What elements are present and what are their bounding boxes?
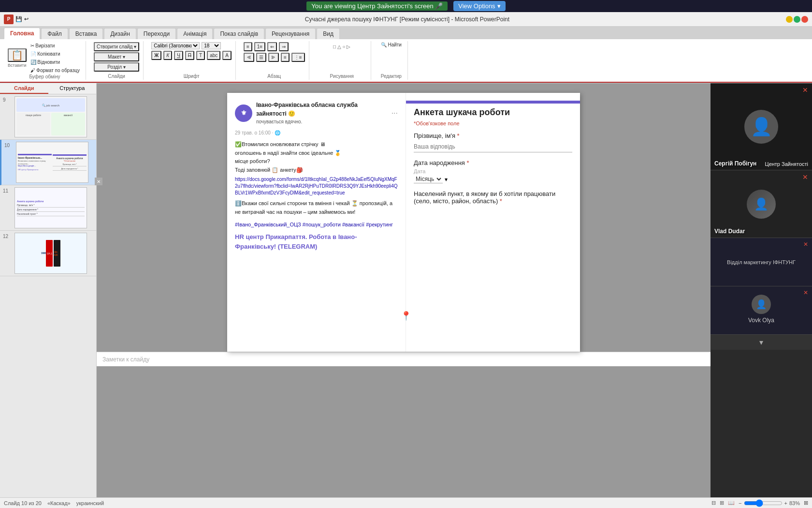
align-left-button[interactable]: ⫷ (244, 53, 254, 62)
form-required-note: *Обов'язкове поле (414, 120, 572, 126)
italic-button[interactable]: К (163, 51, 172, 60)
title-bar: P 💾 ↩ Сучасні джерела пошуку ІФНТУНГ [Ре… (0, 12, 812, 27)
post-line-4: Тоді заповнюй 📋 анкету🎒 (235, 166, 398, 175)
slide-panel-tab-slides[interactable]: Слайди (0, 83, 48, 94)
drawing-label: Рисування (330, 74, 353, 79)
font-color-button[interactable]: A (222, 51, 232, 60)
format-painter[interactable]: 🖌 Формат по образцу (29, 67, 82, 74)
window-title: Сучасні джерела пошуку ІФНТУНГ [Режим су… (29, 16, 786, 23)
paste-button[interactable]: 📋 (8, 48, 27, 62)
strikethrough-button[interactable]: П (185, 51, 194, 60)
map-pin-icon: 📍 (401, 310, 406, 323)
ribbon-group-slides: Створити слайд ▾ Макет ▾ Розділ ▾ Слайди (90, 41, 144, 80)
font-family-select[interactable]: Calibri (Заголовки) (151, 42, 200, 49)
slide-thumbnail-10: Івано-Франківська... Втомилися оновлюват… (16, 142, 88, 183)
tab-slideshow[interactable]: Показ слайдів (214, 28, 264, 39)
maximize-button[interactable] (794, 16, 800, 23)
underline-button[interactable]: Ч (174, 51, 183, 60)
align-right-button[interactable]: ⫸ (268, 53, 279, 62)
tab-insert[interactable]: Вставка (69, 28, 103, 39)
bold-button[interactable]: Ж (151, 51, 161, 60)
window-controls (786, 16, 808, 23)
slide-number-11: 11 (3, 187, 12, 194)
tab-view[interactable]: Вид (317, 28, 340, 39)
avatar-vlad: 👤 (747, 190, 776, 219)
editing-label: Редактир (381, 74, 402, 79)
slide-panel-close-button[interactable]: ✕ (95, 178, 102, 185)
slide-panel-tab-structure[interactable]: Структура (48, 83, 97, 94)
form-field-dob: Дата народження * Дата Місяць ▾ (414, 159, 572, 183)
tab-review[interactable]: Рецензування (265, 28, 316, 39)
participant-name-vlad: Vlad Dudar (714, 228, 745, 235)
slide-item-9[interactable]: 9 🔍 job search пошук роботи вакансії (0, 94, 96, 140)
form-title: Анкета шукача роботи (414, 107, 572, 118)
font-size-select[interactable]: 18 (202, 42, 221, 49)
scroll-down-button[interactable]: ▾ (710, 335, 812, 350)
form-input-name[interactable] (414, 141, 572, 152)
new-slide-button[interactable]: Створити слайд ▾ (94, 42, 139, 51)
zoom-out-button[interactable]: − (739, 500, 741, 506)
clipboard-label: Буфер обміну (29, 74, 60, 79)
form-field-name: Прізвище, ім'я * (414, 132, 572, 152)
mic-icon-vovk: ✕ (803, 289, 808, 296)
powerpoint-window: P 💾 ↩ Сучасні джерела пошуку ІФНТУНГ [Ре… (0, 12, 812, 508)
zoom-slider[interactable] (744, 499, 783, 507)
zoom-in-button[interactable]: + (784, 500, 787, 506)
slide-item-10[interactable]: 10 Івано-Франківська... Втомилися оновлю… (0, 140, 96, 185)
view-options-label: View Options (458, 2, 495, 10)
view-reading-icon[interactable]: 📖 (728, 500, 735, 506)
post-tags: #Івано_Франківський_ОЦЗ #пошук_роботи #в… (235, 221, 398, 229)
quick-access-undo[interactable]: ↩ (24, 16, 29, 22)
video-tile-vlad: 👤 Vlad Dudar ✕ (710, 170, 812, 238)
numbering-button[interactable]: 1≡ (254, 42, 265, 51)
cut-button[interactable]: ✂ Вирізати (29, 42, 82, 49)
zoom-level: 83% (789, 500, 800, 506)
slide-item-12[interactable]: 12 ЗМІ UA:1 ON AIR (0, 231, 96, 276)
increase-indent-button[interactable]: ⇒ (279, 42, 289, 51)
align-center-button[interactable]: ☰ (256, 53, 266, 62)
restore-button[interactable]: 🔄 Відновити (29, 59, 82, 66)
tab-transitions[interactable]: Переходи (137, 28, 176, 39)
shadow-button[interactable]: Т (196, 51, 205, 60)
view-options-button[interactable]: View Options ▾ (453, 1, 505, 11)
post-info: ℹ️Вкажи свої сильні сторони та вміння і … (235, 199, 398, 216)
app-icon: P (4, 15, 14, 24)
char-spacing-button[interactable]: abc (207, 51, 220, 60)
post-subtitle: почувається вдячно. (256, 118, 388, 125)
section-button[interactable]: Розділ ▾ (94, 62, 139, 72)
chevron-down-icon: ▾ (497, 2, 501, 10)
slide-canvas[interactable]: ⚜ Івано-Франківська обласна служба зайня… (227, 93, 580, 352)
month-select[interactable]: Місяць (414, 175, 443, 183)
bullets-button[interactable]: ≡ (244, 42, 252, 51)
fit-window-button[interactable]: ⊠ (804, 500, 808, 506)
dropdown-arrow: ▾ (445, 176, 448, 183)
post-menu-icon[interactable]: ··· (392, 107, 398, 119)
tab-design[interactable]: Дизайн (104, 28, 136, 39)
date-select-row: Місяць ▾ (414, 175, 572, 183)
status-bar-right: ⊟ ⊞ 📖 − + 83% ⊠ (711, 499, 808, 507)
justify-button[interactable]: ≡ (281, 53, 290, 62)
copy-button[interactable]: 📄 Копіювати (29, 50, 82, 58)
slide-item-11[interactable]: 11 Анкета шукача роботи Прізвище, ім'я *… (0, 185, 96, 231)
view-slide-sorter-icon[interactable]: ⊞ (720, 500, 724, 506)
find-button[interactable]: 🔍 Найти (379, 41, 404, 48)
layout-button[interactable]: Макет ▾ (94, 52, 139, 61)
post-link[interactable]: https://docs.google.com/forms/d/1lItkcqh… (235, 176, 398, 196)
view-normal-icon[interactable]: ⊟ (711, 500, 716, 506)
tab-file[interactable]: Файл (41, 28, 68, 39)
notes-placeholder: Заметки к слайду (102, 356, 149, 363)
form-field-location: Населений пункт, в якому ви б хотіли пра… (414, 190, 572, 205)
slide-form-section: Анкета шукача роботи *Обов'язкове поле П… (406, 93, 580, 352)
slide-thumbnail-12: ЗМІ UA:1 ON AIR (14, 233, 87, 274)
tab-animations[interactable]: Анімація (177, 28, 213, 39)
minimize-button[interactable] (786, 16, 793, 23)
columns-button[interactable]: ⋮≡ (291, 53, 305, 62)
tab-home[interactable]: Головна (4, 28, 40, 39)
close-button[interactable] (801, 16, 808, 23)
theme-info: «Каскад» (47, 500, 71, 506)
decrease-indent-button[interactable]: ⇐ (267, 42, 277, 51)
notification-bar: You are viewing Центр Зайнятості's scree… (0, 0, 812, 12)
form-label-dob: Дата народження * (414, 159, 572, 166)
video-tile-sergiy: 👤 Сергій Побігун Центр Зайнятості ✕ (710, 83, 812, 170)
quick-access-save[interactable]: 💾 (15, 16, 22, 22)
